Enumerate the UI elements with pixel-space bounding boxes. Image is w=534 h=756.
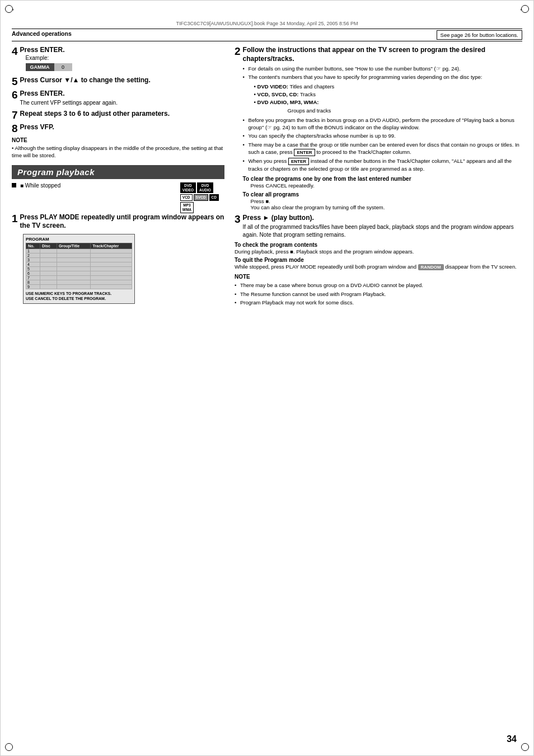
note-bullet-1: There may be a case where bonus group on… xyxy=(235,281,522,289)
bullet-item: For details on using the number buttons,… xyxy=(243,65,522,72)
quit-program-body1: While stopped, press PLAY MODE repeatedl… xyxy=(235,264,416,270)
corner-mark-tl: + xyxy=(5,5,15,15)
table-row: 5 xyxy=(26,266,132,271)
step-3: 3 Press ► (play button). If all of the p… xyxy=(235,214,522,240)
step-8-content: Press VFP. xyxy=(20,123,224,132)
check-contents-title: To check the program contents xyxy=(235,242,522,248)
step-2-number: 2 xyxy=(235,46,241,57)
col-track-chapter: Track/Chapter xyxy=(91,243,132,248)
section-label: Advanced operations xyxy=(12,30,72,37)
step-6-title: Press ENTER. xyxy=(20,90,224,98)
quit-program-body: While stopped, press PLAY MODE repeatedl… xyxy=(235,264,522,270)
disc-type-dvd-video: • DVD VIDEO: Titles and chapters xyxy=(254,83,522,91)
disc-type-dvd-audio: • DVD AUDIO, MP3, WMA: xyxy=(254,98,522,106)
note-body-left: • Although the setting display disappear… xyxy=(12,144,224,159)
while-stopped: ■ While stopped xyxy=(12,182,60,189)
table-row: 1 xyxy=(26,248,132,253)
bullet-item-group: There may be a case that the group or ti… xyxy=(243,141,522,156)
step-8: 8 Press VFP. xyxy=(12,123,224,134)
note-section-right: NOTE There may be a case where bonus gro… xyxy=(235,274,522,306)
disc-type-list: • DVD VIDEO: Titles and chapters • VCD, … xyxy=(254,83,522,115)
step-2: 2 Follow the instructions that appear on… xyxy=(235,46,522,210)
step-3-body: If all of the programmed tracks/files ha… xyxy=(243,223,522,239)
table-row: 8 xyxy=(26,280,132,284)
clear-all-body2: You can also clear the program by turnin… xyxy=(251,204,522,210)
program-table-note: USE NUMERIC KEYS TO PROGRAM TRACKS. USE … xyxy=(26,291,132,301)
gamma-value: 0 xyxy=(54,63,72,71)
step-6-number: 6 xyxy=(12,90,18,100)
right-column: 2 Follow the instructions that appear on… xyxy=(235,46,522,308)
example-label: Example: xyxy=(26,55,224,61)
step-2-content: Follow the instructions that appear on t… xyxy=(243,46,522,210)
disc-row-2: VCD SVCD CD xyxy=(180,194,219,201)
corner-mark-br xyxy=(519,741,529,751)
step-2-title: Follow the instructions that appear on t… xyxy=(243,46,522,63)
table-note-line2: USE CANCEL TO DELETE THE PROGRAM. xyxy=(26,296,132,301)
bullet-item-all: When you press ENTER instead of the numb… xyxy=(243,157,522,172)
see-page-box: See page 26 for button locations. xyxy=(437,30,522,40)
step-6-content: Press ENTER. The current VFP settings ap… xyxy=(20,90,224,107)
top-bar: Advanced operations See page 26 for butt… xyxy=(12,29,522,41)
disc-icons-group: DVDVIDEO DVDAUDIO VCD SVCD CD MP3WMA xyxy=(180,182,219,213)
cd-icon: CD xyxy=(209,194,219,201)
two-column-layout: 4 Press ENTER. Example: GAMMA 0 5 Press … xyxy=(12,46,522,308)
step-1: 1 Press PLAY MODE repeatedly until progr… xyxy=(12,213,224,231)
program-playback-header: Program playback xyxy=(12,165,224,179)
check-contents-body: During playback, press ■. Playback stops… xyxy=(235,248,522,255)
clear-all-title: To clear all programs xyxy=(243,191,522,198)
step-3-title: Press ► (play button). xyxy=(243,214,522,223)
step-3-content: Press ► (play button). If all of the pro… xyxy=(243,214,522,240)
step-1-title: Press PLAY MODE repeatedly until program… xyxy=(20,213,224,231)
clear-all-body1: Press ■. xyxy=(251,198,522,204)
disc-type-vcd: • VCD, SVCD, CD: Tracks xyxy=(254,91,522,98)
step-4-number: 4 xyxy=(12,46,18,57)
page: + + TIFC3C6C7C9[AUWUSUNUGUX].book Page 3… xyxy=(0,0,534,756)
col-group-title: Group/Title xyxy=(57,243,91,248)
dvd-audio-icon: DVDAUDIO xyxy=(197,182,213,194)
note-section-left: NOTE • Although the setting display disa… xyxy=(12,137,224,159)
enter-key-icon-2: ENTER xyxy=(288,158,309,165)
program-table-title: PROGRAM xyxy=(26,237,132,242)
program-table-container: PROGRAM No. Disc Group/Title Track/Chapt… xyxy=(23,234,135,304)
program-table: No. Disc Group/Title Track/Chapter 1 2 3… xyxy=(26,243,132,289)
step-8-number: 8 xyxy=(12,123,18,134)
dvd-video-icon: DVDVIDEO xyxy=(180,182,196,194)
note-title-right: NOTE xyxy=(235,274,522,280)
while-stopped-label: ■ While stopped xyxy=(20,182,60,189)
step-5-number: 5 xyxy=(12,76,18,87)
gamma-display: GAMMA 0 xyxy=(26,63,224,71)
bullet-item-99: You can specify the chapters/tracks whos… xyxy=(243,132,522,139)
svcd-icon: SVCD xyxy=(194,194,208,201)
random-badge: RANDOM xyxy=(418,264,444,270)
black-square-icon xyxy=(12,183,16,187)
step-5-content: Press Cursor ▼/▲ to change the setting. xyxy=(20,76,224,85)
while-stopped-row: ■ While stopped DVDVIDEO DVDAUDIO VCD SV… xyxy=(12,182,224,213)
note-bullet-3: Program Playback may not work for some d… xyxy=(235,299,522,306)
step-1-number: 1 xyxy=(12,213,18,224)
table-row: 2 xyxy=(26,253,132,257)
left-column: 4 Press ENTER. Example: GAMMA 0 5 Press … xyxy=(12,46,224,308)
header-file: TIFC3C6C7C9[AUWUSUNUGUX].book Page 34 Mo… xyxy=(12,21,522,26)
step-3-number: 3 xyxy=(235,214,241,224)
note-bullet-list-right: There may be a case where bonus group on… xyxy=(235,281,522,306)
quit-program-body2: disappear from the TV screen. xyxy=(445,264,517,270)
page-number: 34 xyxy=(507,734,517,744)
vcd-icon: VCD xyxy=(180,194,193,201)
enter-key-icon: ENTER xyxy=(294,149,315,156)
disc-row-3: MP3WMA xyxy=(180,202,219,213)
clear-last-body: Press CANCEL repeatedly. xyxy=(251,182,522,189)
bullet-item: The content's numbers that you have to s… xyxy=(243,73,522,81)
table-note-line1: USE NUMERIC KEYS TO PROGRAM TRACKS. xyxy=(26,291,132,296)
corner-mark-tr: + xyxy=(519,5,529,15)
disc-row-1: DVDVIDEO DVDAUDIO xyxy=(180,182,219,194)
clear-last-title: To clear the programs one by one from th… xyxy=(243,176,522,182)
step-5: 5 Press Cursor ▼/▲ to change the setting… xyxy=(12,76,224,87)
gamma-label: GAMMA xyxy=(26,63,54,71)
step-2-bullet-list: For details on using the number buttons,… xyxy=(243,65,522,81)
corner-mark-bl xyxy=(5,741,15,751)
step-7-title: Repeat steps 3 to 6 to adjust other para… xyxy=(20,110,224,119)
step-7: 7 Repeat steps 3 to 6 to adjust other pa… xyxy=(12,110,224,120)
step-2-bullet-list-2: Before you program the tracks in bonus g… xyxy=(243,116,522,173)
disc-type-dvd-audio-tracks: Groups and tracks xyxy=(254,107,522,115)
step-8-title: Press VFP. xyxy=(20,123,224,132)
